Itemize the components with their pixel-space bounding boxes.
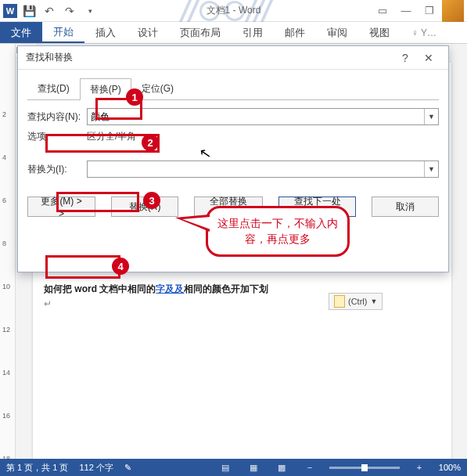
user-avatar[interactable] <box>442 0 464 22</box>
view-read-icon[interactable]: ▤ <box>217 460 234 474</box>
options-line: 选项:区分全/半角 <box>87 130 439 143</box>
tab-home[interactable]: 开始 <box>42 22 84 43</box>
minimize-icon[interactable]: — <box>395 2 417 20</box>
annotation-badge-4: 4 <box>112 258 129 275</box>
find-label: 查找内容(N): <box>27 110 87 124</box>
replace-input[interactable] <box>88 161 424 177</box>
tab-references[interactable]: 引用 <box>232 22 274 43</box>
window-titlebar: W 💾 ↶ ↷ ▾ 文档1 - Word ▭ — ❐ <box>0 0 467 22</box>
tab-find[interactable]: 查找(D) <box>27 78 80 99</box>
tab-layout[interactable]: 页面布局 <box>169 22 232 43</box>
tab-insert[interactable]: 插入 <box>84 22 127 43</box>
close-button[interactable]: ✕ <box>417 49 440 67</box>
find-replace-dialog: 查找和替换 ? ✕ 查找(D) 替换(P) 定位(G) 查找内容(N): ▼ 选… <box>17 45 449 272</box>
status-page[interactable]: 第 1 页，共 1 页 <box>6 462 68 474</box>
zoom-level[interactable]: 100% <box>439 463 461 472</box>
annotation-badge-3: 3 <box>143 192 160 209</box>
paste-options-button[interactable]: (Ctrl) ▼ <box>329 293 383 310</box>
find-input[interactable] <box>88 109 424 124</box>
ribbon-options-icon[interactable]: ▭ <box>372 2 393 20</box>
view-print-icon[interactable]: ▦ <box>245 460 262 474</box>
dialog-tabs: 查找(D) 替换(P) 定位(G) <box>27 78 439 100</box>
tab-view[interactable]: 视图 <box>358 22 401 43</box>
annotation-callout: 这里点击一下，不输入内容，再点更多 <box>206 206 350 257</box>
find-dropdown-icon[interactable]: ▼ <box>424 109 438 124</box>
zoom-out-button[interactable]: − <box>301 460 318 474</box>
ribbon-tabs: 文件 开始 插入 设计 页面布局 引用 邮件 审阅 视图 ♀ Y… <box>0 22 467 44</box>
window-title: 文档1 - Word <box>207 4 261 17</box>
find-input-combo: ▼ <box>87 108 439 125</box>
tab-replace[interactable]: 替换(P) <box>80 78 131 100</box>
dialog-titlebar[interactable]: 查找和替换 ? ✕ <box>18 46 448 70</box>
cancel-button[interactable]: 取消 <box>372 197 439 217</box>
status-language-icon[interactable]: ✎ <box>124 463 131 473</box>
undo-icon[interactable]: ↶ <box>41 2 58 20</box>
word-app-icon: W <box>3 4 17 18</box>
vertical-ruler: 2 4 6 8 10 12 14 16 18 <box>0 44 16 459</box>
tab-tell-me[interactable]: ♀ Y… <box>401 22 447 43</box>
help-button[interactable]: ? <box>393 49 417 67</box>
annotation-badge-2: 2 <box>142 134 159 151</box>
chevron-down-icon: ▼ <box>370 298 377 305</box>
zoom-thumb[interactable] <box>361 464 368 471</box>
restore-icon[interactable]: ❐ <box>419 2 440 20</box>
save-icon[interactable]: 💾 <box>20 2 38 20</box>
replace-input-combo: ▼ <box>87 160 439 178</box>
zoom-slider[interactable] <box>329 467 400 469</box>
tab-mail[interactable]: 邮件 <box>274 22 316 43</box>
replace-label: 替换为(I): <box>27 163 87 176</box>
replace-dropdown-icon[interactable]: ▼ <box>424 161 438 177</box>
status-bar: 第 1 页，共 1 页 112 个字 ✎ ▤ ▦ ▩ − + 100% <box>0 459 467 476</box>
clipboard-icon <box>334 295 345 308</box>
redo-icon[interactable]: ↷ <box>61 2 78 20</box>
status-word-count[interactable]: 112 个字 <box>79 462 113 474</box>
tab-design[interactable]: 设计 <box>127 22 169 43</box>
view-web-icon[interactable]: ▩ <box>273 460 290 474</box>
more-button[interactable]: 更多(M) > > <box>27 197 95 217</box>
tab-review[interactable]: 审阅 <box>316 22 358 43</box>
tab-file[interactable]: 文件 <box>0 22 42 43</box>
qat-more-icon[interactable]: ▾ <box>81 2 99 20</box>
dialog-title-text: 查找和替换 <box>26 51 393 64</box>
annotation-badge-1: 1 <box>126 88 143 106</box>
zoom-in-button[interactable]: + <box>411 460 428 474</box>
